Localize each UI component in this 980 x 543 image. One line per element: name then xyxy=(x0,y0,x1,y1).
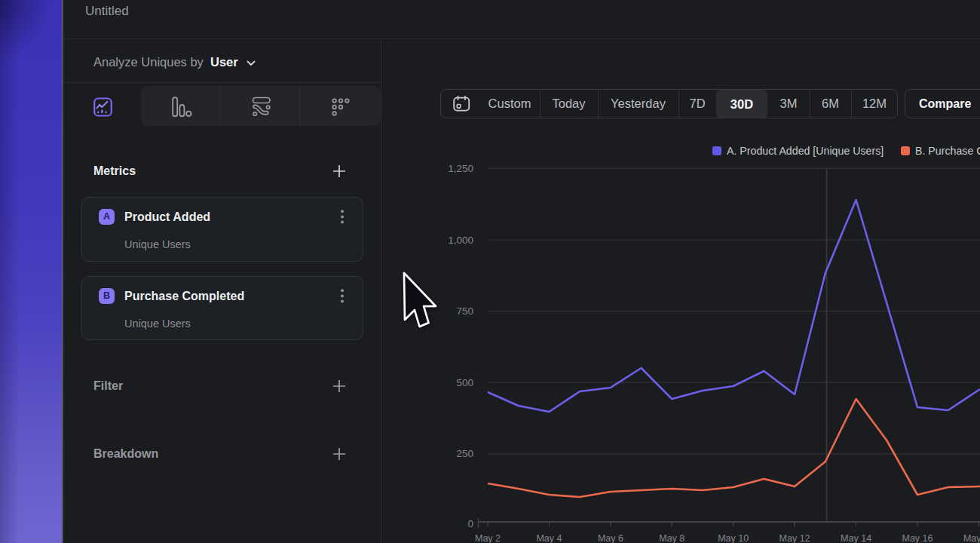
svg-text:250: 250 xyxy=(456,448,473,459)
svg-text:1,250: 1,250 xyxy=(448,163,473,174)
svg-text:1,000: 1,000 xyxy=(448,235,473,246)
svg-text:May 12: May 12 xyxy=(779,533,810,543)
svg-text:May 2: May 2 xyxy=(475,533,501,543)
svg-text:750: 750 xyxy=(456,305,473,317)
svg-text:500: 500 xyxy=(456,377,473,388)
svg-text:May 14: May 14 xyxy=(841,533,871,543)
svg-text:May 18: May 18 xyxy=(963,533,980,543)
svg-text:May 10: May 10 xyxy=(718,533,749,543)
svg-text:May 6: May 6 xyxy=(598,533,623,543)
svg-text:0: 0 xyxy=(467,518,473,529)
svg-text:May 4: May 4 xyxy=(536,533,562,543)
svg-text:May 16: May 16 xyxy=(902,533,933,543)
svg-text:May 8: May 8 xyxy=(659,533,684,543)
